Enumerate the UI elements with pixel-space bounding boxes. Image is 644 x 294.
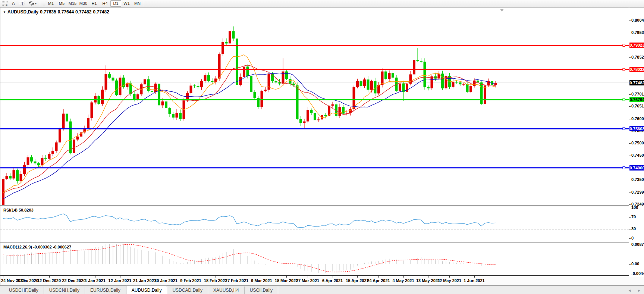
svg-text:F: F xyxy=(6,3,7,6)
price-axis[interactable]: 0.800400.795300.785250.770100.765150.760… xyxy=(629,7,644,276)
price-tick xyxy=(629,33,631,33)
chart-tabs-bar: USDCHF,DailyUSDCNH,DailyEURUSD,DailyAUDU… xyxy=(0,285,644,294)
date-label: 9 Feb 2021 xyxy=(180,278,201,283)
dropdown-caret-icon[interactable]: ▼ xyxy=(35,2,37,5)
candles xyxy=(2,20,497,205)
ohlc-high: 0.77644 xyxy=(58,9,74,15)
time-axis[interactable]: 24 Nov 20203 Dec 202012 Dec 202022 Dec 2… xyxy=(0,276,644,286)
chart-tab-usoil[interactable]: USOil,Daily xyxy=(245,287,278,294)
ohlc-low: 0.77482 xyxy=(75,9,91,15)
date-tick xyxy=(262,276,262,278)
date-tick xyxy=(286,276,287,278)
ohlc-close: 0.77482 xyxy=(93,9,109,15)
chart-symbol-period: AUDUSD,Daily xyxy=(7,9,38,15)
timeframe-button-m15[interactable]: M15 xyxy=(67,0,78,7)
rsi-indicator-label: RSI(14) 50.8203 xyxy=(3,208,34,212)
timeframe-button-w1[interactable]: W1 xyxy=(121,0,132,7)
macd-tick xyxy=(629,245,631,245)
toolbar-separator xyxy=(40,1,40,6)
chart-tab-xauusd[interactable]: XAUUSD,H4 xyxy=(208,287,245,294)
price-tick xyxy=(629,156,631,156)
macd-tick-label: 0.00 xyxy=(631,262,639,266)
timeframe-button-h1[interactable]: H1 xyxy=(89,0,100,7)
toolbar-grip[interactable] xyxy=(43,1,45,6)
macd-tick-label: -0.004451 xyxy=(631,271,644,276)
price-tick-label: 0.72990 xyxy=(631,190,644,194)
date-label: 18 Mar 2021 xyxy=(275,278,298,283)
hline-price-badge: 0.79023 xyxy=(629,43,644,48)
price-tick xyxy=(629,21,631,21)
toolbar: F A T ▼ M1M5M15M30H1H4D1W1MN xyxy=(0,0,644,7)
price-tick-label: 0.78525 xyxy=(631,55,644,59)
date-tick xyxy=(357,276,358,278)
macd-canvas[interactable] xyxy=(0,243,629,275)
rsi-canvas[interactable] xyxy=(0,206,629,242)
price-chart-canvas[interactable] xyxy=(0,8,629,205)
chart-window: ▼ AUDUSD,Daily 0.77635 0.77644 0.77482 0… xyxy=(0,7,644,285)
chart-tab-eurusd[interactable]: EURUSD,Daily xyxy=(85,287,126,294)
timeframe-button-m30[interactable]: M30 xyxy=(78,0,89,7)
date-label: 6 Apr 2021 xyxy=(322,278,343,283)
date-label: 22 May 2021 xyxy=(437,278,461,283)
chart-tab-audusd[interactable]: AUDUSD,Daily xyxy=(126,286,167,294)
chart-tab-usdcad[interactable]: USDCAD,Daily xyxy=(167,287,208,294)
fibo-grid-icon[interactable]: F xyxy=(0,0,9,7)
text-annotation-icon[interactable]: A xyxy=(9,0,18,7)
price-tick xyxy=(629,143,631,144)
macd-tick xyxy=(629,274,631,274)
price-tick-label: 0.80040 xyxy=(631,18,644,22)
date-tick xyxy=(428,276,428,278)
price-tick-label: 0.73500 xyxy=(631,177,644,182)
price-tick xyxy=(629,180,631,180)
arrange-arrows-icon[interactable]: ▼ xyxy=(27,0,39,7)
price-tick-label: 0.76005 xyxy=(631,116,644,121)
date-tick xyxy=(333,276,333,278)
rsi-tick xyxy=(629,238,631,239)
price-tick xyxy=(629,193,631,193)
rsi-line xyxy=(3,214,496,228)
date-tick xyxy=(191,276,191,278)
price-tick xyxy=(629,119,631,119)
symbol-dropdown-icon[interactable]: ▼ xyxy=(3,10,6,14)
date-tick xyxy=(474,276,475,278)
tab-scroll-controls: ◄ ► xyxy=(628,288,641,293)
hline-price-badge: 0.76794 xyxy=(629,97,644,102)
price-tick-label: 0.77010 xyxy=(631,92,644,96)
macd-indicator-label: MACD(12,26,9) -0.000302 -0.000627 xyxy=(3,245,71,249)
date-label: 1 Jan 2021 xyxy=(85,278,106,283)
tab-scroll-right-icon[interactable]: ► xyxy=(637,288,641,293)
date-tick xyxy=(308,276,308,278)
timeframe-button-h4[interactable]: H4 xyxy=(100,0,110,7)
date-label: 12 Jan 2021 xyxy=(109,278,132,283)
timeframe-button-m1[interactable]: M1 xyxy=(45,0,56,7)
tab-scroll-left-icon[interactable]: ◄ xyxy=(628,288,631,293)
price-tick xyxy=(629,57,631,58)
date-label: 12 Dec 2020 xyxy=(37,278,61,283)
textbox-icon[interactable]: T xyxy=(18,0,27,7)
hline-price-badge: 0.74000 xyxy=(629,165,644,171)
date-tick xyxy=(449,276,450,278)
date-label: 4 May 2021 xyxy=(392,278,414,283)
price-tick xyxy=(629,106,631,107)
date-label: 18 Feb 2021 xyxy=(204,278,227,283)
date-label: 15 Apr 2021 xyxy=(346,278,368,283)
date-label: 22 Dec 2020 xyxy=(62,278,86,283)
timeframe-buttons: M1M5M15M30H1H4D1W1MN xyxy=(45,0,143,7)
date-tick xyxy=(166,276,166,278)
rsi-tick-label: 70 xyxy=(631,215,636,219)
macd-tick xyxy=(629,264,631,265)
price-tick-label: 0.79530 xyxy=(631,30,644,35)
price-tick-label: 0.74505 xyxy=(631,153,644,157)
chart-tab-usdcnh[interactable]: USDCNH,Daily xyxy=(44,287,85,294)
date-tick xyxy=(216,276,216,278)
macd-histogram xyxy=(3,244,496,273)
rsi-tick-label: 100 xyxy=(631,205,638,210)
chart-title: ▼ AUDUSD,Daily 0.77635 0.77644 0.77482 0… xyxy=(3,9,109,15)
timeframe-button-mn[interactable]: MN xyxy=(132,0,143,7)
date-label: 13 May 2021 xyxy=(416,278,440,283)
macd-signal-line xyxy=(3,244,496,272)
timeframe-button-m5[interactable]: M5 xyxy=(56,0,67,7)
date-tick xyxy=(237,276,237,278)
chart-tab-usdchf[interactable]: USDCHF,Daily xyxy=(4,287,44,294)
timeframe-button-d1[interactable]: D1 xyxy=(110,0,121,7)
